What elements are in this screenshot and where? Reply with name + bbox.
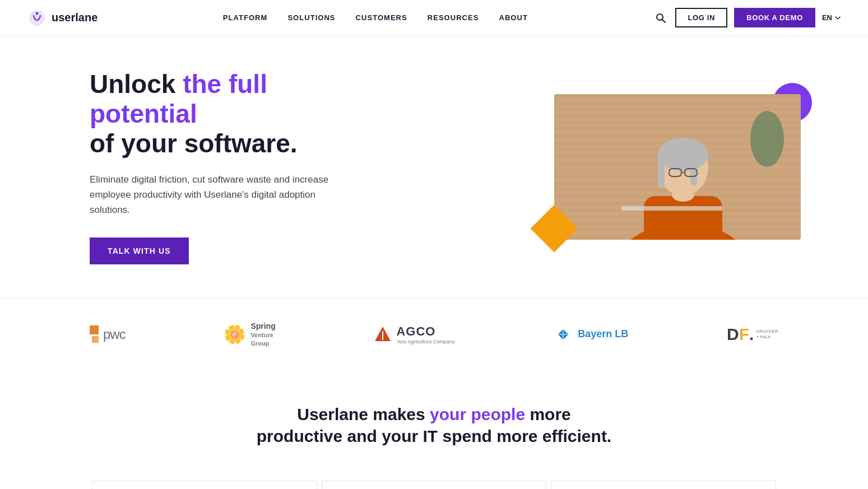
- talk-with-us-button[interactable]: TALK WITH US: [90, 237, 189, 264]
- value-text-continuation: productive and your IT spend more effici…: [257, 427, 611, 445]
- value-text-plain: Userlane makes: [297, 405, 430, 423]
- svg-point-0: [36, 12, 39, 15]
- df-dot: F: [739, 325, 749, 344]
- hero-title-plain: Unlock: [90, 69, 183, 99]
- pwc-text: pwc: [103, 327, 126, 342]
- svg-line-2: [662, 20, 665, 22]
- chevron-down-icon: [834, 15, 841, 21]
- hero-subtitle: Eliminate digital friction, cut software…: [90, 172, 336, 218]
- userlane-logo-icon: [27, 8, 47, 28]
- hero-image: [554, 94, 801, 240]
- cards-section: DISCOVER UNDERSTAND IMPROVE: [0, 469, 868, 489]
- svg-point-9: [658, 138, 708, 171]
- value-title: Userlane makes your people more producti…: [90, 403, 778, 447]
- value-text-rest: more: [525, 405, 571, 423]
- df-d-letter: D: [727, 325, 739, 344]
- understand-card: UNDERSTAND: [322, 481, 547, 489]
- login-button[interactable]: LOG IN: [675, 8, 727, 27]
- svg-rect-15: [644, 196, 722, 240]
- value-section: Userlane makes your people more producti…: [0, 370, 868, 469]
- nav-platform[interactable]: PLATFORM: [223, 13, 268, 22]
- logo-text: userlane: [52, 11, 98, 24]
- bayernlb-text: Bayern LB: [578, 328, 628, 340]
- search-icon: [655, 12, 666, 24]
- svg-rect-10: [658, 155, 665, 188]
- value-highlight: your people: [430, 405, 525, 423]
- agco-logo: AGCO Your Agriculture Company: [374, 324, 454, 344]
- bayernlb-diamond-icon: [553, 327, 573, 342]
- hero-image-wrapper: [554, 94, 801, 240]
- search-button[interactable]: [653, 10, 669, 26]
- agco-triangle-icon: [374, 325, 392, 343]
- nav-resources[interactable]: RESOURCES: [428, 13, 479, 22]
- language-selector[interactable]: EN: [822, 13, 841, 22]
- nav-actions: LOG IN BOOK A DEMO EN: [653, 8, 841, 27]
- navigation: userlane PLATFORM SOLUTIONS CUSTOMERS RE…: [0, 0, 868, 36]
- spring-text: Spring Venture Group: [250, 321, 275, 347]
- df-period: .: [749, 325, 754, 344]
- hero-title-rest: of your software.: [90, 129, 298, 158]
- hero-title: Unlock the full potential of your softwa…: [90, 69, 381, 159]
- drucker-falk-logo: D F . DRUCKER + FALK: [727, 325, 778, 344]
- improve-card: IMPROVE: [551, 481, 776, 489]
- spring-venture-logo: 🌼 Spring Venture Group: [224, 321, 275, 347]
- nav-links: PLATFORM SOLUTIONS CUSTOMERS RESOURCES A…: [223, 13, 528, 22]
- hero-content: Unlock the full potential of your softwa…: [90, 69, 381, 264]
- discover-card: DISCOVER: [92, 481, 317, 489]
- nav-about[interactable]: ABOUT: [499, 13, 527, 22]
- bayernlb-logo: Bayern LB: [553, 327, 628, 342]
- pwc-logo: pwc: [90, 325, 126, 343]
- agco-name: AGCO: [396, 324, 454, 339]
- logo[interactable]: userlane: [27, 8, 98, 28]
- hero-image-svg: [554, 94, 801, 240]
- nav-solutions[interactable]: SOLUTIONS: [287, 13, 335, 22]
- svg-point-18: [672, 188, 694, 202]
- hero-section: Unlock the full potential of your softwa…: [0, 36, 868, 298]
- agco-tagline: Your Agriculture Company: [396, 339, 454, 344]
- language-label: EN: [822, 13, 832, 22]
- book-demo-button[interactable]: BOOK A DEMO: [734, 8, 815, 27]
- logos-section: pwc 🌼 Spring Venture Group AGCO Your Agr…: [0, 298, 868, 370]
- svg-rect-16: [621, 206, 722, 211]
- spring-flower-icon: 🌼: [224, 325, 246, 343]
- svg-point-17: [750, 111, 784, 167]
- nav-customers[interactable]: CUSTOMERS: [356, 13, 407, 22]
- df-subtext: DRUCKER + FALK: [756, 329, 778, 339]
